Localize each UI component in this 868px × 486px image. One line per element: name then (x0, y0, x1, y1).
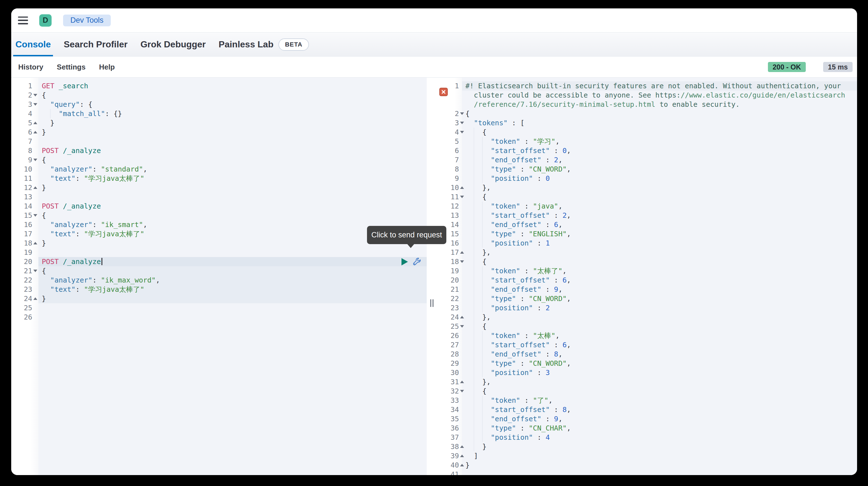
fold-toggle-icon[interactable] (33, 131, 37, 133)
code-token (465, 341, 491, 349)
fold-toggle-icon[interactable] (33, 122, 37, 124)
fold-toggle-icon[interactable] (33, 270, 37, 272)
code-line[interactable]: } (462, 460, 857, 470)
send-request-play-icon[interactable] (401, 258, 408, 265)
code-line[interactable]: "token" : "学习", (462, 137, 857, 146)
code-line[interactable]: }, (462, 313, 857, 322)
code-line[interactable]: ] (462, 451, 857, 460)
wrench-icon[interactable] (413, 257, 422, 266)
menu-settings[interactable]: Settings (57, 63, 86, 71)
code-token: : (516, 359, 529, 367)
code-line[interactable]: "position" : 0 (462, 174, 857, 183)
code-line[interactable]: } (38, 183, 427, 192)
code-line[interactable]: { (38, 155, 427, 164)
space-avatar[interactable]: D (39, 14, 52, 27)
code-line[interactable]: { (462, 192, 857, 201)
menu-icon[interactable] (18, 17, 28, 24)
code-line[interactable] (38, 303, 427, 313)
code-line[interactable]: "token" : "java", (462, 201, 857, 211)
code-line[interactable]: POST /_analyze (38, 257, 427, 266)
indent-guide (482, 285, 483, 294)
code-line[interactable]: "position" : 1 (462, 238, 857, 248)
code-line[interactable]: "position" : 4 (462, 433, 857, 442)
code-line[interactable]: { (462, 257, 857, 266)
code-line[interactable]: }, (462, 183, 857, 192)
code-line[interactable]: "start_offset" : 8, (462, 405, 857, 414)
code-line[interactable]: } (462, 442, 857, 451)
code-line[interactable]: }, (462, 248, 857, 257)
fold-toggle-icon[interactable] (33, 159, 37, 161)
code-line[interactable]: "end_offset" : 9, (462, 285, 857, 294)
code-line[interactable]: "start_offset" : 6, (462, 276, 857, 285)
code-line[interactable]: } (38, 128, 427, 137)
code-line[interactable]: POST /_analyze (38, 146, 427, 155)
code-line[interactable]: "token" : "太棒", (462, 331, 857, 340)
code-line[interactable]: "end_offset" : 2, (462, 155, 857, 164)
code-line[interactable]: "end_offset" : 6, (462, 220, 857, 229)
code-line[interactable]: cluster could be accessible to anyone. S… (462, 91, 857, 100)
code-line[interactable]: "position" : 3 (462, 368, 857, 377)
code-line[interactable]: "start_offset" : 0, (462, 146, 857, 155)
code-line[interactable]: #! Elasticsearch built-in security featu… (462, 81, 857, 91)
code-line[interactable]: { (462, 387, 857, 396)
code-line[interactable]: "type" : "ENGLISH", (462, 229, 857, 238)
code-line[interactable]: { (38, 266, 427, 276)
code-line[interactable]: "type" : "CN_CHAR", (462, 423, 857, 433)
code-line[interactable]: "token" : "太棒了", (462, 266, 857, 276)
tab-grok-debugger[interactable]: Grok Debugger (138, 33, 208, 56)
code-line[interactable]: "position" : 2 (462, 303, 857, 313)
code-line[interactable] (38, 137, 427, 146)
panel-resizer[interactable] (427, 78, 437, 475)
tab-painless-lab[interactable]: Painless LabBETA (216, 33, 311, 56)
fold-toggle-icon[interactable] (33, 186, 37, 189)
code-line[interactable]: POST /_analyze (38, 201, 427, 211)
code-line[interactable]: "token" : "了", (462, 396, 857, 405)
code-line[interactable]: "start_offset" : 2, (462, 211, 857, 220)
request-editor-code[interactable]: GET _search{ "query": { "match_all": {} … (38, 78, 427, 475)
code-line[interactable]: "end_offset" : 9, (462, 414, 857, 423)
gutter-row: 14 (11, 201, 38, 211)
code-line[interactable]: }, (462, 377, 857, 387)
line-number: 17 (437, 248, 459, 256)
code-line[interactable]: "text": "学习java太棒了" (38, 285, 427, 294)
code-token: , (558, 285, 562, 293)
tab-search-profiler[interactable]: Search Profiler (61, 33, 130, 56)
code-line[interactable]: { (462, 109, 857, 118)
code-line[interactable]: "start_offset" : 6, (462, 340, 857, 350)
menu-help[interactable]: Help (99, 63, 115, 71)
code-line[interactable] (38, 192, 427, 201)
menu-history[interactable]: History (18, 63, 43, 71)
beta-badge: BETA (278, 38, 309, 51)
code-line[interactable]: { (462, 128, 857, 137)
code-line[interactable]: "query": { (38, 100, 427, 109)
code-line[interactable]: { (38, 91, 427, 100)
fold-toggle-icon[interactable] (33, 94, 37, 96)
response-code[interactable]: #! Elasticsearch built-in security featu… (462, 78, 857, 475)
code-line[interactable]: "analyzer": "ik_max_word", (38, 276, 427, 285)
fold-toggle-icon[interactable] (33, 214, 37, 217)
code-line[interactable]: "tokens" : [ (462, 118, 857, 128)
code-line[interactable]: "analyzer": "standard", (38, 164, 427, 174)
code-line[interactable]: } (38, 118, 427, 128)
code-line[interactable] (462, 470, 857, 475)
code-line[interactable]: "type" : "CN_WORD", (462, 164, 857, 174)
code-line[interactable]: "text": "学习java太棒了" (38, 174, 427, 183)
code-line[interactable]: { (38, 211, 427, 220)
code-line[interactable]: "type" : "CN_WORD", (462, 359, 857, 368)
tab-console[interactable]: Console (13, 33, 53, 56)
code-line[interactable] (38, 248, 427, 257)
code-line[interactable]: "type" : "CN_WORD", (462, 294, 857, 303)
code-line[interactable]: "end_offset" : 8, (462, 350, 857, 359)
fold-toggle-icon[interactable] (33, 297, 37, 300)
breadcrumb[interactable]: Dev Tools (63, 14, 111, 26)
resizer-grip-icon[interactable] (430, 299, 433, 307)
fold-toggle-icon[interactable] (33, 103, 37, 106)
code-line[interactable] (38, 313, 427, 322)
code-line[interactable]: /reference/7.16/security-minimal-setup.h… (462, 100, 857, 109)
code-line[interactable]: } (38, 294, 427, 303)
code-line[interactable]: { (462, 322, 857, 331)
code-line[interactable]: GET _search (38, 81, 427, 91)
fold-toggle-icon[interactable] (33, 242, 37, 245)
code-line[interactable]: "match_all": {} (38, 109, 427, 118)
gutter-row: 11 (11, 174, 38, 183)
